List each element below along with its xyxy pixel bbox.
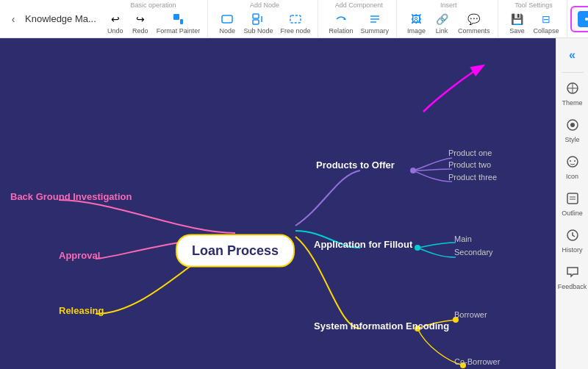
sidebar-icon-button[interactable]: Icon [558, 151, 587, 184]
basic-operation-items: ↩ Undo ↪ Redo Format Painter [104, 10, 204, 36]
undo-label: Undo [107, 27, 123, 35]
redo-button[interactable]: ↪ Redo [129, 10, 152, 36]
svg-point-17 [415, 245, 420, 251]
sidebar-feedback-button[interactable]: Feedback [558, 261, 587, 295]
format-painter-label: Format Painter [157, 27, 201, 35]
borrower-node[interactable]: Borrower [454, 310, 487, 319]
main-area: Back Ground Investigation Approval Relea… [0, 38, 588, 369]
main-node[interactable]: Main [454, 234, 472, 243]
comments-icon: 💬 [467, 12, 481, 26]
style-icon [566, 118, 579, 135]
collapse-label: Collapse [534, 27, 559, 35]
sidebar-style-button[interactable]: Style [558, 114, 587, 148]
svg-point-24 [570, 123, 575, 127]
svg-rect-1 [180, 19, 183, 24]
product-one-node[interactable]: Product one [448, 148, 492, 157]
add-node-label: Add Node [250, 1, 279, 9]
svg-rect-3 [253, 14, 259, 18]
product-two-node[interactable]: Product two [448, 160, 491, 169]
releasing-node[interactable]: Releasing [59, 305, 104, 316]
redo-icon: ↪ [133, 12, 148, 26]
products-node[interactable]: Products to Offer [316, 160, 395, 171]
add-node-section: Add Node Node Sub Node Free node [211, 0, 318, 38]
sidebar-theme-button[interactable]: Theme [558, 77, 587, 111]
collapse-button[interactable]: ⊟ Collapse [531, 10, 562, 36]
comments-label: Comments [458, 27, 490, 35]
theme-icon [566, 82, 579, 98]
coborrower-node[interactable]: Co-Borrower [454, 357, 500, 366]
save-label: Save [509, 27, 525, 35]
comments-button[interactable]: 💬 Comments [455, 10, 493, 36]
free-node-label: Free node [280, 27, 310, 35]
undo-icon: ↩ [108, 12, 123, 26]
redo-label: Redo [132, 27, 148, 35]
secondary-node[interactable]: Secondary [454, 248, 493, 257]
relation-button[interactable]: Relation [326, 10, 356, 36]
tool-settings-items: 💾 Save ⊟ Collapse [506, 10, 562, 36]
theme-label: Theme [562, 99, 582, 107]
feedback-label: Feedback [558, 283, 587, 290]
approval-node[interactable]: Approval [59, 250, 100, 261]
history-icon [566, 229, 579, 245]
image-label: Image [407, 27, 426, 35]
basic-operation-label: Basic operation [131, 1, 176, 9]
add-node-items: Node Sub Node Free node [215, 10, 313, 36]
svg-rect-6 [290, 15, 301, 23]
link-label: Link [436, 27, 448, 35]
back-button[interactable]: ‹ [4, 10, 22, 28]
share-icon [585, 14, 588, 24]
relation-label: Relation [329, 27, 353, 35]
summary-button[interactable]: Summary [357, 10, 392, 36]
svg-point-25 [567, 157, 578, 167]
link-button[interactable]: 🔗 Link [430, 10, 453, 36]
history-label: History [562, 246, 582, 254]
collapse-panel-button[interactable]: « [558, 44, 587, 68]
product-three-node[interactable]: Product three [448, 173, 497, 182]
tool-settings-label: Tool Settings [514, 1, 553, 9]
share-export-group: Share Export [570, 6, 588, 32]
format-painter-button[interactable]: Format Painter [154, 10, 204, 36]
insert-label: Insert [440, 1, 457, 9]
sidebar-outline-button[interactable]: Outline [558, 187, 587, 221]
sub-node-label: Sub Node [243, 27, 273, 35]
right-sidebar: « Theme Style Icon Outline [556, 38, 588, 369]
summary-icon [368, 12, 382, 26]
insert-section: Insert 🖼 Image 🔗 Link 💬 Comments [400, 0, 498, 38]
insert-items: 🖼 Image 🔗 Link 💬 Comments [404, 10, 493, 36]
chevrons-left-icon: « [569, 49, 576, 62]
node-button[interactable]: Node [215, 10, 239, 36]
save-button[interactable]: 💾 Save [506, 10, 529, 36]
share-button[interactable]: Share [578, 11, 588, 27]
svg-point-27 [574, 160, 576, 162]
basic-operation-section: Basic operation ↩ Undo ↪ Redo Format Pai… [99, 0, 209, 38]
background-node[interactable]: Back Ground Investigation [10, 191, 132, 202]
sub-node-icon [251, 12, 265, 26]
svg-rect-4 [253, 20, 259, 24]
relation-icon [334, 12, 348, 26]
save-icon: 💾 [510, 12, 525, 26]
add-component-section: Add Component Relation Summary [321, 0, 397, 38]
svg-rect-0 [173, 14, 179, 20]
mindmap-canvas[interactable]: Back Ground Investigation Approval Relea… [0, 38, 556, 369]
sub-node-button[interactable]: Sub Node [240, 10, 276, 36]
system-node[interactable]: System Information Encoding [314, 320, 449, 332]
application-node[interactable]: Application for Fillout [314, 239, 412, 250]
free-node-icon [288, 12, 303, 26]
free-node-button[interactable]: Free node [277, 10, 313, 36]
document-title: Knowledge Ma... [25, 13, 96, 24]
icon-panel-icon [566, 155, 579, 171]
link-icon: 🔗 [434, 12, 449, 26]
outline-icon [566, 192, 579, 208]
undo-button[interactable]: ↩ Undo [104, 10, 127, 36]
image-icon: 🖼 [409, 12, 423, 26]
icon-label: Icon [566, 173, 578, 180]
svg-rect-28 [567, 193, 578, 204]
sidebar-divider-1 [562, 72, 584, 73]
sidebar-history-button[interactable]: History [558, 224, 587, 258]
feedback-icon [566, 265, 579, 282]
central-node[interactable]: Loan Process [176, 234, 295, 268]
image-button[interactable]: 🖼 Image [404, 10, 429, 36]
style-label: Style [564, 136, 579, 143]
collapse-icon: ⊟ [539, 12, 553, 26]
toolbar: ‹ Knowledge Ma... Basic operation ↩ Undo… [0, 0, 588, 38]
